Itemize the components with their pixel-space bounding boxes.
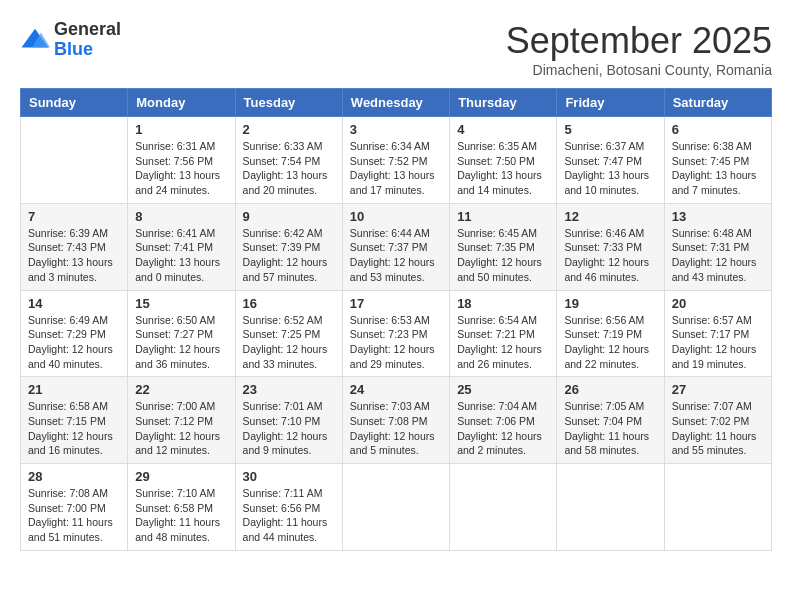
col-wednesday: Wednesday xyxy=(342,89,449,117)
page-header: General Blue September 2025 Dimacheni, B… xyxy=(20,20,772,78)
day-info: Sunrise: 6:56 AMSunset: 7:19 PMDaylight:… xyxy=(564,313,656,372)
subtitle: Dimacheni, Botosani County, Romania xyxy=(506,62,772,78)
day-number: 9 xyxy=(243,209,335,224)
day-number: 2 xyxy=(243,122,335,137)
col-saturday: Saturday xyxy=(664,89,771,117)
logo-text: General Blue xyxy=(54,20,121,60)
day-number: 22 xyxy=(135,382,227,397)
day-cell: 25Sunrise: 7:04 AMSunset: 7:06 PMDayligh… xyxy=(450,377,557,464)
col-tuesday: Tuesday xyxy=(235,89,342,117)
day-info: Sunrise: 6:48 AMSunset: 7:31 PMDaylight:… xyxy=(672,226,764,285)
day-cell: 29Sunrise: 7:10 AMSunset: 6:58 PMDayligh… xyxy=(128,464,235,551)
day-number: 4 xyxy=(457,122,549,137)
day-info: Sunrise: 6:37 AMSunset: 7:47 PMDaylight:… xyxy=(564,139,656,198)
day-cell: 14Sunrise: 6:49 AMSunset: 7:29 PMDayligh… xyxy=(21,290,128,377)
day-cell: 10Sunrise: 6:44 AMSunset: 7:37 PMDayligh… xyxy=(342,203,449,290)
day-number: 24 xyxy=(350,382,442,397)
day-cell: 12Sunrise: 6:46 AMSunset: 7:33 PMDayligh… xyxy=(557,203,664,290)
day-number: 30 xyxy=(243,469,335,484)
day-number: 10 xyxy=(350,209,442,224)
day-number: 16 xyxy=(243,296,335,311)
day-number: 1 xyxy=(135,122,227,137)
day-info: Sunrise: 7:01 AMSunset: 7:10 PMDaylight:… xyxy=(243,399,335,458)
day-number: 27 xyxy=(672,382,764,397)
day-number: 18 xyxy=(457,296,549,311)
day-cell: 7Sunrise: 6:39 AMSunset: 7:43 PMDaylight… xyxy=(21,203,128,290)
day-cell: 15Sunrise: 6:50 AMSunset: 7:27 PMDayligh… xyxy=(128,290,235,377)
logo-blue-text: Blue xyxy=(54,40,121,60)
title-block: September 2025 Dimacheni, Botosani Count… xyxy=(506,20,772,78)
day-number: 8 xyxy=(135,209,227,224)
day-number: 6 xyxy=(672,122,764,137)
day-info: Sunrise: 7:04 AMSunset: 7:06 PMDaylight:… xyxy=(457,399,549,458)
col-monday: Monday xyxy=(128,89,235,117)
week-row-2: 7Sunrise: 6:39 AMSunset: 7:43 PMDaylight… xyxy=(21,203,772,290)
day-info: Sunrise: 6:33 AMSunset: 7:54 PMDaylight:… xyxy=(243,139,335,198)
logo: General Blue xyxy=(20,20,121,60)
day-info: Sunrise: 6:38 AMSunset: 7:45 PMDaylight:… xyxy=(672,139,764,198)
day-number: 15 xyxy=(135,296,227,311)
day-info: Sunrise: 6:49 AMSunset: 7:29 PMDaylight:… xyxy=(28,313,120,372)
day-info: Sunrise: 6:45 AMSunset: 7:35 PMDaylight:… xyxy=(457,226,549,285)
day-cell xyxy=(664,464,771,551)
day-cell xyxy=(342,464,449,551)
day-number: 26 xyxy=(564,382,656,397)
day-number: 21 xyxy=(28,382,120,397)
week-row-1: 1Sunrise: 6:31 AMSunset: 7:56 PMDaylight… xyxy=(21,117,772,204)
day-number: 20 xyxy=(672,296,764,311)
logo-general-text: General xyxy=(54,20,121,40)
day-cell: 2Sunrise: 6:33 AMSunset: 7:54 PMDaylight… xyxy=(235,117,342,204)
day-info: Sunrise: 6:50 AMSunset: 7:27 PMDaylight:… xyxy=(135,313,227,372)
day-info: Sunrise: 7:05 AMSunset: 7:04 PMDaylight:… xyxy=(564,399,656,458)
day-cell: 22Sunrise: 7:00 AMSunset: 7:12 PMDayligh… xyxy=(128,377,235,464)
day-cell: 16Sunrise: 6:52 AMSunset: 7:25 PMDayligh… xyxy=(235,290,342,377)
day-info: Sunrise: 7:08 AMSunset: 7:00 PMDaylight:… xyxy=(28,486,120,545)
day-cell: 3Sunrise: 6:34 AMSunset: 7:52 PMDaylight… xyxy=(342,117,449,204)
day-cell xyxy=(21,117,128,204)
day-number: 11 xyxy=(457,209,549,224)
day-number: 13 xyxy=(672,209,764,224)
day-cell: 26Sunrise: 7:05 AMSunset: 7:04 PMDayligh… xyxy=(557,377,664,464)
day-cell: 19Sunrise: 6:56 AMSunset: 7:19 PMDayligh… xyxy=(557,290,664,377)
month-title: September 2025 xyxy=(506,20,772,62)
day-cell: 21Sunrise: 6:58 AMSunset: 7:15 PMDayligh… xyxy=(21,377,128,464)
week-row-5: 28Sunrise: 7:08 AMSunset: 7:00 PMDayligh… xyxy=(21,464,772,551)
day-info: Sunrise: 7:03 AMSunset: 7:08 PMDaylight:… xyxy=(350,399,442,458)
calendar-header-row: Sunday Monday Tuesday Wednesday Thursday… xyxy=(21,89,772,117)
day-info: Sunrise: 6:58 AMSunset: 7:15 PMDaylight:… xyxy=(28,399,120,458)
day-cell: 20Sunrise: 6:57 AMSunset: 7:17 PMDayligh… xyxy=(664,290,771,377)
day-cell: 30Sunrise: 7:11 AMSunset: 6:56 PMDayligh… xyxy=(235,464,342,551)
day-cell xyxy=(450,464,557,551)
day-number: 7 xyxy=(28,209,120,224)
day-number: 23 xyxy=(243,382,335,397)
col-friday: Friday xyxy=(557,89,664,117)
day-number: 28 xyxy=(28,469,120,484)
day-cell: 1Sunrise: 6:31 AMSunset: 7:56 PMDaylight… xyxy=(128,117,235,204)
day-info: Sunrise: 6:35 AMSunset: 7:50 PMDaylight:… xyxy=(457,139,549,198)
day-info: Sunrise: 7:10 AMSunset: 6:58 PMDaylight:… xyxy=(135,486,227,545)
logo-icon xyxy=(20,25,50,55)
day-cell: 5Sunrise: 6:37 AMSunset: 7:47 PMDaylight… xyxy=(557,117,664,204)
day-info: Sunrise: 7:00 AMSunset: 7:12 PMDaylight:… xyxy=(135,399,227,458)
day-info: Sunrise: 6:54 AMSunset: 7:21 PMDaylight:… xyxy=(457,313,549,372)
day-number: 12 xyxy=(564,209,656,224)
day-info: Sunrise: 6:39 AMSunset: 7:43 PMDaylight:… xyxy=(28,226,120,285)
day-info: Sunrise: 6:53 AMSunset: 7:23 PMDaylight:… xyxy=(350,313,442,372)
day-info: Sunrise: 6:42 AMSunset: 7:39 PMDaylight:… xyxy=(243,226,335,285)
day-info: Sunrise: 6:52 AMSunset: 7:25 PMDaylight:… xyxy=(243,313,335,372)
day-cell: 17Sunrise: 6:53 AMSunset: 7:23 PMDayligh… xyxy=(342,290,449,377)
day-number: 17 xyxy=(350,296,442,311)
day-info: Sunrise: 7:11 AMSunset: 6:56 PMDaylight:… xyxy=(243,486,335,545)
day-cell: 4Sunrise: 6:35 AMSunset: 7:50 PMDaylight… xyxy=(450,117,557,204)
week-row-4: 21Sunrise: 6:58 AMSunset: 7:15 PMDayligh… xyxy=(21,377,772,464)
day-cell: 9Sunrise: 6:42 AMSunset: 7:39 PMDaylight… xyxy=(235,203,342,290)
day-info: Sunrise: 6:44 AMSunset: 7:37 PMDaylight:… xyxy=(350,226,442,285)
day-number: 25 xyxy=(457,382,549,397)
day-number: 19 xyxy=(564,296,656,311)
day-info: Sunrise: 7:07 AMSunset: 7:02 PMDaylight:… xyxy=(672,399,764,458)
week-row-3: 14Sunrise: 6:49 AMSunset: 7:29 PMDayligh… xyxy=(21,290,772,377)
day-cell: 18Sunrise: 6:54 AMSunset: 7:21 PMDayligh… xyxy=(450,290,557,377)
day-info: Sunrise: 6:46 AMSunset: 7:33 PMDaylight:… xyxy=(564,226,656,285)
day-info: Sunrise: 6:34 AMSunset: 7:52 PMDaylight:… xyxy=(350,139,442,198)
day-info: Sunrise: 6:41 AMSunset: 7:41 PMDaylight:… xyxy=(135,226,227,285)
